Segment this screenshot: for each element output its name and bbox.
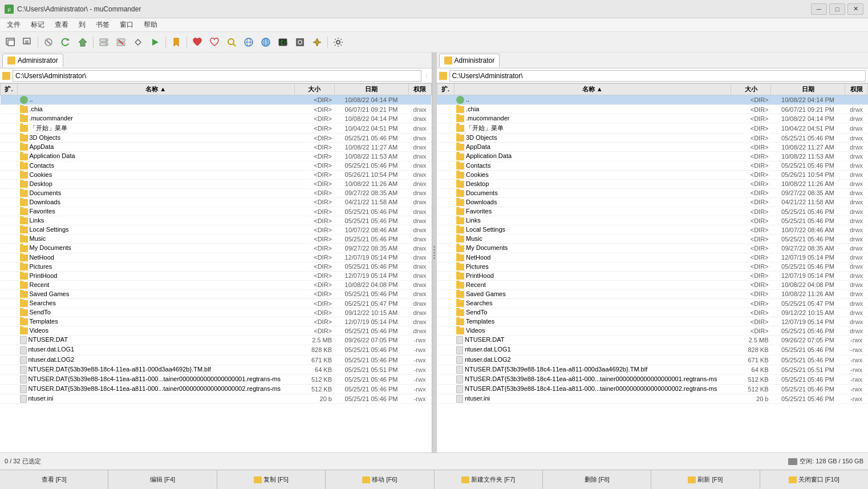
table-row[interactable]: NTUSER.DAT{53b39e88-18c4-11ea-a811-000..… bbox=[1, 374, 432, 384]
toolbar-sync[interactable] bbox=[130, 34, 146, 50]
toolbar-terminal[interactable]: C:\> bbox=[275, 34, 291, 50]
table-row[interactable]: Saved Games<DIR>05/25/21 05:46 PMdrwx bbox=[1, 289, 432, 298]
toolbar-home[interactable] bbox=[75, 34, 91, 50]
toolbar-new-window[interactable] bbox=[2, 34, 18, 50]
table-row[interactable]: Contacts<DIR>05/25/21 05:46 PMdrwx bbox=[1, 161, 432, 170]
table-row[interactable]: NTUSER.DAT2.5 MB09/26/22 07:05 PM-rwx bbox=[1, 336, 432, 345]
table-row[interactable]: Recent<DIR>10/08/22 04:08 PMdrwx bbox=[1, 280, 432, 289]
table-row[interactable]: 「开始」菜单<DIR>10/04/22 04:51 PMdrwx bbox=[437, 123, 868, 134]
toolbar-search[interactable] bbox=[224, 34, 240, 50]
right-path-input[interactable] bbox=[449, 70, 866, 82]
edit-button[interactable]: 编辑 [F4] bbox=[108, 470, 217, 489]
table-row[interactable]: 3D Objects<DIR>05/25/21 05:46 PMdrwx bbox=[437, 134, 868, 143]
table-row[interactable]: ntuser.dat.LOG2671 KB05/25/21 05:46 PM-r… bbox=[1, 355, 432, 365]
menu-item-书签[interactable]: 书签 bbox=[91, 19, 114, 31]
table-row[interactable]: Downloads<DIR>04/21/22 11:58 AMdrwx bbox=[1, 197, 432, 207]
table-row[interactable]: Local Settings<DIR>10/07/22 08:46 AMdrwx bbox=[1, 225, 432, 235]
table-row[interactable]: Contacts<DIR>05/25/21 05:46 PMdrwx bbox=[437, 161, 868, 170]
right-col-name[interactable]: 名称 ▲ bbox=[454, 84, 731, 95]
table-row[interactable]: AppData<DIR>10/08/22 11:27 AMdrwx bbox=[1, 143, 432, 152]
table-row[interactable]: My Documents<DIR>09/27/22 08:35 AMdrwx bbox=[1, 244, 432, 253]
new-folder-button[interactable]: 新建文件夹 [F7] bbox=[435, 470, 543, 489]
table-row[interactable]: SendTo<DIR>09/12/22 10:15 AMdrwx bbox=[1, 308, 432, 317]
table-row[interactable]: ..<DIR>10/08/22 04:14 PM bbox=[1, 95, 432, 105]
table-row[interactable]: ntuser.ini20 b05/25/21 05:46 PM-rwx bbox=[1, 394, 432, 403]
table-row[interactable]: NTUSER.DAT{53b39e88-18c4-11ea-a811-000..… bbox=[437, 374, 868, 384]
table-row[interactable]: Templates<DIR>12/07/19 05:14 PMdrwx bbox=[1, 317, 432, 326]
menu-item-窗口[interactable]: 窗口 bbox=[115, 19, 138, 31]
table-row[interactable]: .mucommander<DIR>10/08/22 04:14 PMdrwx bbox=[437, 114, 868, 123]
left-col-ext[interactable]: 扩. bbox=[1, 84, 18, 95]
table-row[interactable]: Application Data<DIR>10/08/22 11:53 AMdr… bbox=[1, 152, 432, 161]
table-row[interactable]: NTUSER.DAT{53b39e88-18c4-11ea-a811-000..… bbox=[1, 384, 432, 394]
left-file-table[interactable]: 扩. 名称 ▲ 大小 日期 权限 ..<DIR>10/08/22 04:14 P… bbox=[0, 83, 432, 452]
copy-button[interactable]: 复制 [F5] bbox=[217, 470, 326, 489]
table-row[interactable]: NTUSER.DAT{53b39e88-18c4-11ea-a811-000d3… bbox=[1, 365, 432, 374]
table-row[interactable]: NetHood<DIR>12/07/19 05:14 PMdrwx bbox=[1, 253, 432, 262]
toolbar-media[interactable] bbox=[292, 34, 308, 50]
table-row[interactable]: ..<DIR>10/08/22 04:14 PM bbox=[437, 95, 868, 105]
move-button[interactable]: 移动 [F6] bbox=[326, 470, 434, 489]
menu-item-到[interactable]: 到 bbox=[74, 19, 90, 31]
table-row[interactable]: Music<DIR>05/25/21 05:46 PMdrwx bbox=[437, 235, 868, 244]
left-col-perm[interactable]: 权限 bbox=[408, 84, 431, 95]
table-row[interactable]: Saved Games<DIR>10/08/22 11:26 AMdrwx bbox=[437, 289, 868, 298]
table-row[interactable]: Recent<DIR>10/08/22 04:08 PMdrwx bbox=[437, 280, 868, 289]
table-row[interactable]: SendTo<DIR>09/12/22 10:15 AMdrwx bbox=[437, 308, 868, 317]
table-row[interactable]: Pictures<DIR>05/25/21 05:46 PMdrwx bbox=[437, 262, 868, 271]
table-row[interactable]: Videos<DIR>05/25/21 05:46 PMdrwx bbox=[1, 326, 432, 336]
table-row[interactable]: ntuser.dat.LOG1828 KB05/25/21 05:46 PM-r… bbox=[437, 345, 868, 355]
table-row[interactable]: ntuser.dat.LOG1828 KB05/25/21 05:46 PM-r… bbox=[1, 345, 432, 355]
right-file-table[interactable]: 扩. 名称 ▲ 大小 日期 权限 ..<DIR>10/08/22 04:14 P… bbox=[437, 83, 869, 452]
table-row[interactable]: Links<DIR>05/25/21 05:46 PMdrwx bbox=[1, 216, 432, 225]
left-col-size[interactable]: 大小 bbox=[294, 84, 334, 95]
close-window-button[interactable]: 关闭窗口 [F10] bbox=[760, 470, 868, 489]
table-row[interactable]: .mucommander<DIR>10/08/22 04:14 PMdrwx bbox=[1, 114, 432, 123]
toolbar-server[interactable] bbox=[96, 34, 112, 50]
left-path-input[interactable] bbox=[13, 70, 421, 82]
toolbar-disconnect[interactable] bbox=[113, 34, 129, 50]
table-row[interactable]: NTUSER.DAT{53b39e88-18c4-11ea-a811-000..… bbox=[437, 384, 868, 394]
table-row[interactable]: Desktop<DIR>10/08/22 11:26 AMdrwx bbox=[1, 179, 432, 188]
left-panel-tab[interactable]: Administrator bbox=[2, 54, 63, 67]
table-row[interactable]: AppData<DIR>10/08/22 11:27 AMdrwx bbox=[437, 143, 868, 152]
table-row[interactable]: PrintHood<DIR>12/07/19 05:14 PMdrwx bbox=[437, 271, 868, 280]
toolbar-heart1[interactable] bbox=[189, 34, 205, 50]
menu-item-帮助[interactable]: 帮助 bbox=[139, 19, 162, 31]
toolbar-heart2[interactable] bbox=[206, 34, 222, 50]
table-row[interactable]: Music<DIR>05/25/21 05:46 PMdrwx bbox=[1, 235, 432, 244]
table-row[interactable]: .chia<DIR>06/07/21 09:21 PMdrwx bbox=[437, 105, 868, 114]
table-row[interactable]: Favorites<DIR>05/25/21 05:46 PMdrwx bbox=[1, 207, 432, 216]
table-row[interactable]: Application Data<DIR>10/08/22 11:53 AMdr… bbox=[437, 152, 868, 161]
table-row[interactable]: My Documents<DIR>09/27/22 08:35 AMdrwx bbox=[437, 244, 868, 253]
table-row[interactable]: Documents<DIR>09/27/22 08:35 AMdrwx bbox=[437, 188, 868, 197]
delete-button[interactable]: 删除 [F8] bbox=[543, 470, 651, 489]
toolbar-refresh[interactable] bbox=[58, 34, 74, 50]
table-row[interactable]: ntuser.ini20 b05/25/21 05:46 PM-rwx bbox=[437, 394, 868, 403]
refresh-button[interactable]: 刷新 [F9] bbox=[651, 470, 760, 489]
table-row[interactable]: .chia<DIR>06/07/21 09:21 PMdrwx bbox=[1, 105, 432, 114]
view-button[interactable]: 查看 [F3] bbox=[0, 470, 108, 489]
panel-divider[interactable] bbox=[432, 52, 437, 452]
toolbar-stop[interactable] bbox=[40, 34, 56, 50]
minimize-button[interactable]: ─ bbox=[811, 3, 827, 15]
table-row[interactable]: Documents<DIR>09/27/22 08:35 AMdrwx bbox=[1, 188, 432, 197]
close-button[interactable]: ✕ bbox=[847, 3, 863, 15]
maximize-button[interactable]: □ bbox=[829, 3, 845, 15]
table-row[interactable]: Links<DIR>05/25/21 05:46 PMdrwx bbox=[437, 216, 868, 225]
table-row[interactable]: Pictures<DIR>05/25/21 05:46 PMdrwx bbox=[1, 262, 432, 271]
toolbar-copy-tab[interactable] bbox=[19, 34, 35, 50]
table-row[interactable]: NetHood<DIR>12/07/19 05:14 PMdrwx bbox=[437, 253, 868, 262]
table-row[interactable]: ntuser.dat.LOG2671 KB05/25/21 05:46 PM-r… bbox=[437, 355, 868, 365]
table-row[interactable]: Downloads<DIR>04/21/22 11:58 AMdrwx bbox=[437, 197, 868, 207]
table-row[interactable]: Searches<DIR>05/25/21 05:47 PMdrwx bbox=[1, 298, 432, 308]
table-row[interactable]: Searches<DIR>05/25/21 05:47 PMdrwx bbox=[437, 298, 868, 308]
table-row[interactable]: NTUSER.DAT2.5 MB09/26/22 07:05 PM-rwx bbox=[437, 336, 868, 345]
right-panel-tab[interactable]: Administrator bbox=[439, 54, 500, 67]
table-row[interactable]: Templates<DIR>12/07/19 05:14 PMdrwx bbox=[437, 317, 868, 326]
toolbar-settings[interactable] bbox=[330, 34, 346, 50]
toolbar-run[interactable] bbox=[147, 34, 163, 50]
table-row[interactable]: PrintHood<DIR>12/07/19 05:14 PMdrwx bbox=[1, 271, 432, 280]
right-col-perm[interactable]: 权限 bbox=[845, 84, 868, 95]
toolbar-globe2[interactable] bbox=[258, 34, 274, 50]
